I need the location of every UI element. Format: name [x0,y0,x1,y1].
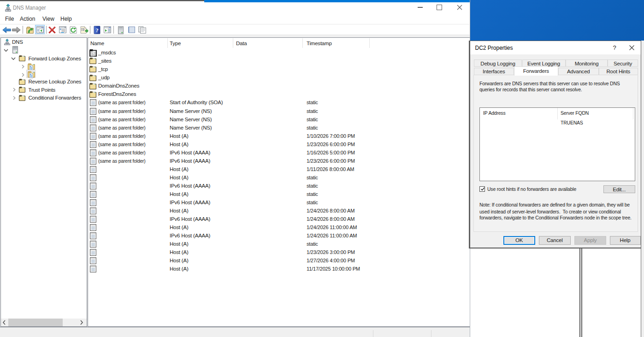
svg-text:?: ? [95,27,99,34]
